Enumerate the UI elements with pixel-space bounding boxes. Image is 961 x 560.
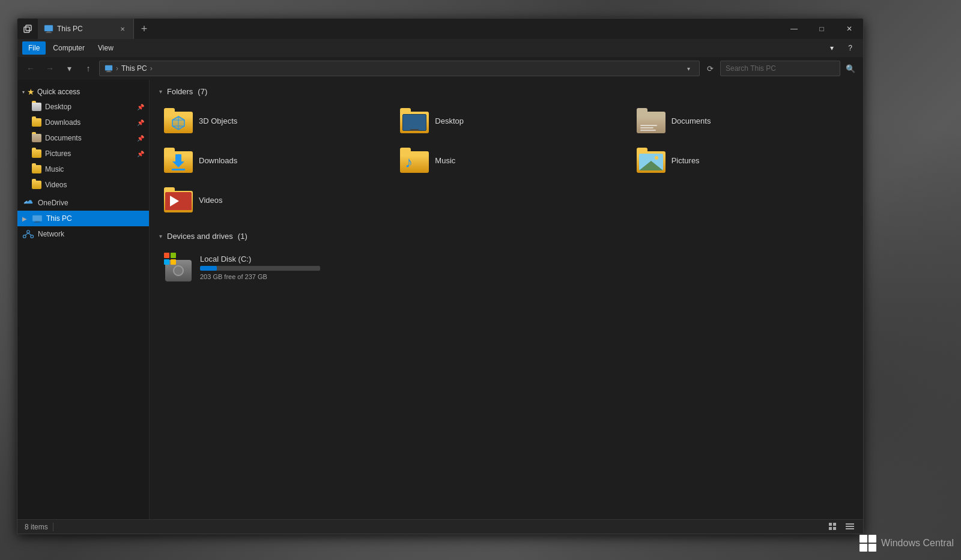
title-bar-left: This PC ✕ + (17, 19, 780, 39)
svg-rect-5 (105, 65, 112, 71)
folder-downloads-label: Downloads (199, 156, 237, 165)
thispc-icon (32, 214, 43, 223)
sidebar-documents-label: Documents (45, 134, 82, 142)
documents-pin-icon: 📌 (137, 135, 144, 142)
search-button[interactable]: 🔍 (843, 61, 858, 76)
drive-c-usage-bar (200, 266, 320, 271)
sidebar-item-onedrive[interactable]: OneDrive (17, 195, 149, 211)
svg-rect-2 (44, 25, 53, 31)
drives-header-label: Devices and drives (167, 232, 233, 241)
sidebar-item-pictures[interactable]: Pictures 📌 (17, 146, 149, 161)
breadcrumb-thispc: This PC (121, 64, 147, 73)
window-controls: — □ ✕ (780, 19, 863, 39)
drive-c-fill (200, 266, 217, 271)
breadcrumb-separator: › (116, 64, 118, 73)
folder-videos-label: Videos (199, 196, 223, 205)
sidebar-thispc-label: This PC (46, 214, 72, 223)
videos-folder-icon-sm (32, 181, 41, 189)
list-view-button[interactable] (844, 521, 856, 533)
forward-button[interactable]: → (41, 60, 58, 77)
search-placeholder-text: Search This PC (726, 64, 776, 73)
svg-line-15 (28, 233, 31, 235)
sidebar-item-thispc[interactable]: ▶ This PC (17, 211, 149, 226)
sidebar-item-documents[interactable]: Documents 📌 (17, 130, 149, 146)
svg-rect-22 (846, 528, 854, 529)
toolbar: ← → ▾ ↑ › This PC › ▾ (17, 57, 863, 80)
address-bar[interactable]: › This PC › ▾ (99, 61, 700, 76)
back-button[interactable]: ← (22, 60, 39, 77)
grid-view-button[interactable] (827, 521, 839, 533)
folder-item-videos[interactable]: Videos (159, 182, 381, 217)
svg-rect-7 (106, 71, 112, 72)
address-breadcrumb: › This PC › (105, 64, 154, 73)
tab-restore-button[interactable] (17, 19, 38, 39)
watermark-text: Windows Central (881, 538, 954, 549)
tab-close-button[interactable]: ✕ (118, 24, 127, 34)
new-tab-button[interactable]: + (134, 19, 154, 39)
sidebar-item-network[interactable]: Network (17, 226, 149, 242)
maximize-button[interactable]: □ (808, 19, 835, 39)
menu-view[interactable]: View (92, 41, 120, 55)
svg-point-12 (23, 235, 26, 238)
svg-rect-9 (35, 221, 40, 222)
downloads-folder-icon (164, 148, 193, 173)
quick-access-star-icon: ★ (27, 87, 35, 97)
folder-documents-label: Documents (671, 116, 711, 125)
refresh-button[interactable]: ⟳ (702, 61, 718, 76)
drive-c-icon (164, 253, 193, 282)
folders-toggle[interactable]: ▾ (159, 88, 162, 95)
desktop-pin-icon: 📌 (137, 104, 144, 110)
folder-item-pictures[interactable]: Pictures (632, 143, 853, 178)
menu-help-button[interactable]: ? (842, 41, 858, 55)
folder-item-downloads[interactable]: Downloads (159, 143, 381, 178)
menu-computer[interactable]: Computer (47, 41, 91, 55)
explorer-window: This PC ✕ + — □ ✕ File Computer (17, 18, 864, 534)
history-dropdown-button[interactable]: ▾ (61, 60, 77, 77)
windows-central-logo (858, 534, 878, 553)
menu-file[interactable]: File (22, 41, 46, 55)
sidebar-item-desktop[interactable]: Desktop 📌 (17, 99, 149, 115)
watermark-brand: Windows (881, 538, 920, 548)
active-tab[interactable]: This PC ✕ (38, 19, 134, 39)
title-bar: This PC ✕ + — □ ✕ (17, 19, 863, 39)
folder-item-desktop[interactable]: Desktop (395, 103, 617, 138)
folder-item-documents[interactable]: Documents (632, 103, 853, 138)
address-dropdown-button[interactable]: ▾ (682, 62, 694, 74)
svg-point-13 (31, 235, 34, 238)
sidebar-pictures-label: Pictures (45, 149, 71, 158)
pictures-folder-icon-sm (32, 149, 41, 158)
folder-pictures-label: Pictures (671, 156, 700, 165)
menu-chevron-button[interactable]: ▾ (824, 41, 840, 55)
up-button[interactable]: ↑ (80, 60, 97, 77)
folders-section-header: ▾ Folders (7) (159, 87, 853, 96)
sidebar-music-label: Music (45, 165, 64, 173)
close-button[interactable]: ✕ (835, 19, 863, 39)
drive-c-info: Local Disk (C:) 203 GB free of 237 GB (200, 254, 320, 280)
status-view-buttons (827, 521, 856, 533)
drive-item-c[interactable]: Local Disk (C:) 203 GB free of 237 GB (159, 248, 375, 286)
tab-title: This PC (57, 25, 83, 33)
network-icon (22, 230, 34, 238)
folder-item-3dobjects[interactable]: 3D Objects (159, 103, 381, 138)
folder-desktop-label: Desktop (435, 116, 464, 125)
drives-toggle[interactable]: ▾ (159, 233, 162, 239)
videos-folder-icon (164, 187, 193, 212)
sidebar-item-videos[interactable]: Videos (17, 177, 149, 193)
drive-c-name: Local Disk (C:) (200, 254, 320, 263)
sidebar-item-downloads[interactable]: Downloads 📌 (17, 115, 149, 130)
sidebar-onedrive-label: OneDrive (38, 199, 68, 207)
svg-rect-19 (833, 527, 836, 530)
sidebar-item-music[interactable]: Music (17, 161, 149, 177)
search-bar[interactable]: Search This PC (720, 61, 840, 76)
svg-rect-17 (833, 523, 836, 526)
svg-line-14 (25, 233, 28, 235)
folder-3dobjects-label: 3D Objects (199, 116, 237, 125)
folder-item-music[interactable]: ♪ Music (395, 143, 617, 178)
watermark: Windows Central (858, 534, 954, 553)
sidebar-quick-access-header[interactable]: ▾ ★ Quick access (17, 85, 149, 99)
minimize-button[interactable]: — (780, 19, 808, 39)
drive-c-space: 203 GB free of 237 GB (200, 273, 320, 280)
svg-rect-20 (846, 523, 854, 525)
folder-music-label: Music (435, 156, 455, 165)
svg-rect-1 (26, 25, 31, 31)
